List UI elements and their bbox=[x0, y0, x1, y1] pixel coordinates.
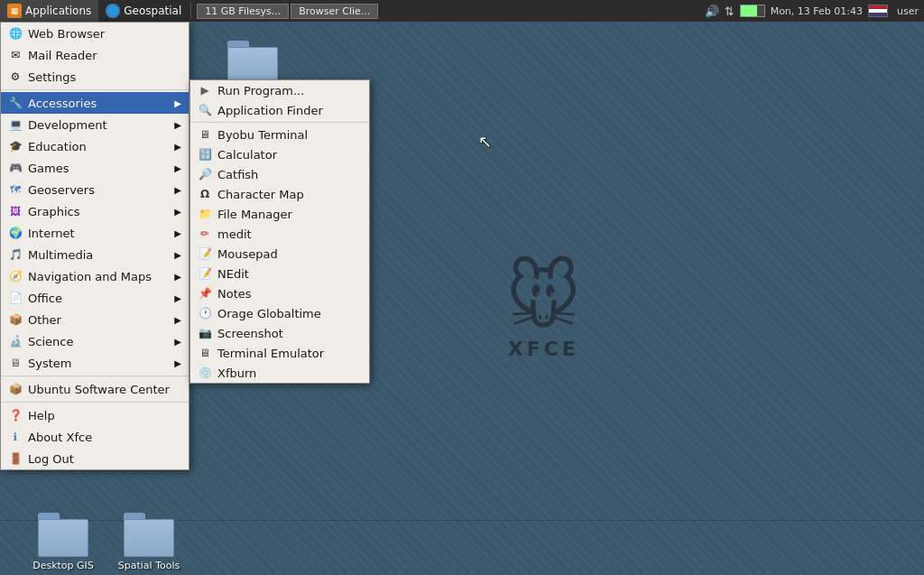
submenu-terminal-emulator[interactable]: 🖥 Terminal Emulator bbox=[190, 343, 369, 363]
menu-item-web-browser[interactable]: 🌐 Web Browser bbox=[1, 23, 189, 44]
datetime: Mon, 13 Feb 01:43 bbox=[771, 5, 863, 17]
menu-item-science[interactable]: 🔬 Science ▶ bbox=[1, 330, 189, 352]
submenu-application-finder[interactable]: 🔍 Application Finder bbox=[190, 100, 369, 120]
desktop: ▦ Applications 🌐 Geospatial 11 GB Filesy… bbox=[0, 0, 924, 575]
geoservers-icon: 🗺 bbox=[8, 182, 23, 197]
games-arrow: ▶ bbox=[174, 163, 181, 173]
menu-item-graphics[interactable]: 🖼 Graphics ▶ bbox=[1, 200, 189, 222]
desktop-gis-folder-icon bbox=[38, 513, 88, 556]
menu-item-mail-reader[interactable]: ✉ Mail Reader bbox=[1, 44, 189, 66]
graphics-arrow: ▶ bbox=[174, 207, 181, 217]
menu-item-geoservers[interactable]: 🗺 Geoservers ▶ bbox=[1, 179, 189, 200]
file-manager-icon: 📁 bbox=[198, 207, 212, 221]
taskbar-right: 🔊 ⇅ Mon, 13 Feb 01:43 user bbox=[699, 5, 924, 18]
games-icon: 🎮 bbox=[8, 161, 23, 175]
notes-icon: 📌 bbox=[198, 286, 212, 301]
menu-item-other[interactable]: 📦 Other ▶ bbox=[1, 309, 189, 330]
desktop-icon-spatial-tools[interactable]: Spatial Tools bbox=[108, 513, 189, 571]
other-icon: 📦 bbox=[8, 312, 23, 327]
menu-item-multimedia[interactable]: 🎵 Multimedia ▶ bbox=[1, 244, 189, 265]
submenu-screenshot[interactable]: 📷 Screenshot bbox=[190, 323, 369, 343]
spatial-tools-folder-icon bbox=[124, 513, 174, 556]
submenu-notes[interactable]: 📌 Notes bbox=[190, 283, 369, 303]
system-arrow: ▶ bbox=[174, 358, 181, 368]
xfce-logo-area: 🐭 XFCE bbox=[506, 262, 581, 360]
geospatial-icon: 🌐 bbox=[106, 4, 120, 18]
mail-reader-icon: ✉ bbox=[8, 48, 23, 62]
taskbar-app-browser[interactable]: Browser Clie... bbox=[291, 4, 378, 19]
calculator-icon: 🔢 bbox=[198, 147, 212, 162]
menu-item-log-out[interactable]: 🚪 Log Out bbox=[1, 448, 189, 469]
graphics-icon: 🖼 bbox=[8, 204, 23, 218]
volume-icon[interactable]: 🔊 bbox=[705, 5, 719, 18]
desktop-icon-desktop-gis[interactable]: Desktop GIS bbox=[23, 513, 104, 571]
language-flag[interactable] bbox=[868, 5, 888, 17]
taskbar-left: ▦ Applications 🌐 Geospatial 11 GB Filesy… bbox=[0, 0, 699, 22]
menu-item-office[interactable]: 📄 Office ▶ bbox=[1, 287, 189, 309]
menu-item-internet[interactable]: 🌍 Internet ▶ bbox=[1, 222, 189, 244]
catfish-icon: 🔎 bbox=[198, 167, 212, 181]
submenu-medit[interactable]: ✏ medit bbox=[190, 224, 369, 244]
accessories-arrow: ▶ bbox=[174, 98, 181, 108]
menu-item-navigation-maps[interactable]: 🧭 Navigation and Maps ▶ bbox=[1, 265, 189, 287]
geoservers-arrow: ▶ bbox=[174, 185, 181, 195]
menu-separator-2 bbox=[1, 376, 189, 376]
menu-item-help[interactable]: ❓ Help bbox=[1, 404, 189, 426]
desktop-icon-folder-top[interactable] bbox=[212, 41, 293, 84]
menu-item-education[interactable]: 🎓 Education ▶ bbox=[1, 135, 189, 157]
submenu-catfish[interactable]: 🔎 Catfish bbox=[190, 164, 369, 184]
nedit-icon: 📝 bbox=[198, 266, 212, 281]
education-icon: 🎓 bbox=[8, 139, 23, 153]
education-arrow: ▶ bbox=[174, 142, 181, 152]
other-arrow: ▶ bbox=[174, 315, 181, 325]
submenu-run-program[interactable]: ▶ Run Program... bbox=[190, 80, 369, 100]
xfburn-icon: 💿 bbox=[198, 366, 212, 380]
mousepad-icon: 📝 bbox=[198, 246, 212, 261]
menu-item-games[interactable]: 🎮 Games ▶ bbox=[1, 157, 189, 179]
folder-body-spatial bbox=[124, 519, 174, 557]
web-browser-icon: 🌐 bbox=[8, 26, 23, 41]
menu-item-system[interactable]: 🖥 System ▶ bbox=[1, 352, 189, 374]
xfce-mouse-icon: 🐭 bbox=[506, 262, 581, 334]
bottom-area: Desktop GIS Spatial Tools bbox=[0, 524, 924, 575]
navigation-arrow: ▶ bbox=[174, 272, 181, 282]
submenu-character-map[interactable]: Ω Character Map bbox=[190, 184, 369, 204]
taskbar-app-buttons: 11 GB Filesys... Browser Clie... bbox=[193, 2, 382, 21]
battery-indicator bbox=[740, 5, 765, 17]
network-icon[interactable]: ⇅ bbox=[725, 5, 735, 18]
folder-body-gis bbox=[38, 519, 88, 557]
applications-label: Applications bbox=[25, 5, 91, 17]
mouse-cursor: ↖ bbox=[478, 132, 492, 151]
folder-icon bbox=[227, 41, 278, 84]
submenu-orage-globaltime[interactable]: 🕐 Orage Globaltime bbox=[190, 303, 369, 323]
menu-item-accessories[interactable]: 🔧 Accessories ▶ bbox=[1, 92, 189, 114]
applications-menu-button[interactable]: ▦ Applications bbox=[0, 0, 98, 22]
internet-arrow: ▶ bbox=[174, 228, 181, 238]
submenu-calculator[interactable]: 🔢 Calculator bbox=[190, 144, 369, 164]
submenu-file-manager[interactable]: 📁 File Manager bbox=[190, 204, 369, 224]
submenu-byobu-terminal[interactable]: 🖥 Byobu Terminal bbox=[190, 125, 369, 144]
application-finder-icon: 🔍 bbox=[198, 103, 212, 117]
taskbar-app-filesystem[interactable]: 11 GB Filesys... bbox=[197, 4, 289, 19]
menu-item-about-xfce[interactable]: ℹ About Xfce bbox=[1, 426, 189, 448]
submenu-xfburn[interactable]: 💿 Xfburn bbox=[190, 363, 369, 383]
submenu-mousepad[interactable]: 📝 Mousepad bbox=[190, 244, 369, 264]
character-map-icon: Ω bbox=[198, 187, 212, 201]
log-out-icon: 🚪 bbox=[8, 451, 23, 466]
ubuntu-software-icon: 📦 bbox=[8, 382, 23, 396]
help-icon: ❓ bbox=[8, 408, 23, 422]
office-arrow: ▶ bbox=[174, 293, 181, 303]
screenshot-icon: 📷 bbox=[198, 326, 212, 340]
menu-item-ubuntu-software[interactable]: 📦 Ubuntu Software Center bbox=[1, 378, 189, 400]
science-arrow: ▶ bbox=[174, 337, 181, 347]
multimedia-arrow: ▶ bbox=[174, 250, 181, 260]
settings-icon: ⚙ bbox=[8, 70, 23, 84]
geospatial-menu-button[interactable]: 🌐 Geospatial bbox=[98, 0, 189, 22]
menu-item-development[interactable]: 💻 Development ▶ bbox=[1, 114, 189, 135]
accessories-submenu: ▶ Run Program... 🔍 Application Finder 🖥 … bbox=[189, 79, 370, 384]
menu-item-settings[interactable]: ⚙ Settings bbox=[1, 66, 189, 88]
submenu-nedit[interactable]: 📝 NEdit bbox=[190, 264, 369, 283]
office-icon: 📄 bbox=[8, 291, 23, 305]
multimedia-icon: 🎵 bbox=[8, 247, 23, 262]
system-icon: 🖥 bbox=[8, 356, 23, 370]
